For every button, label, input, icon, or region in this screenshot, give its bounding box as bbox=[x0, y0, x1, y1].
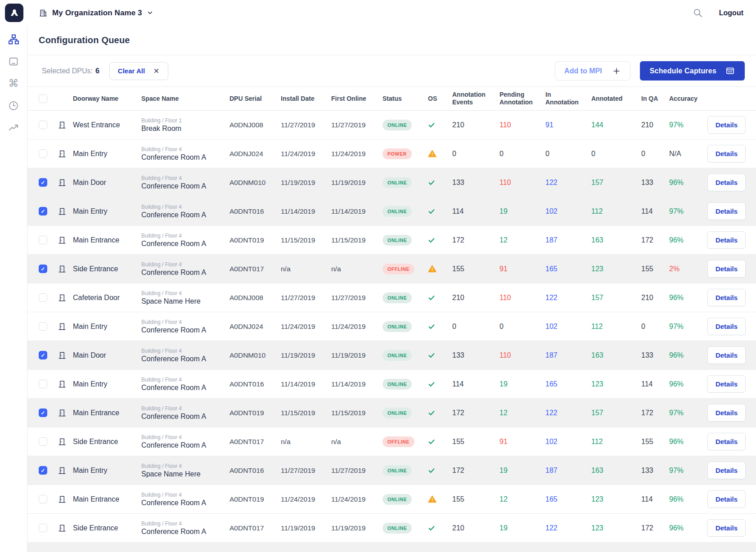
space-location: Building / Floor 4 bbox=[141, 261, 230, 268]
row-checkbox[interactable] bbox=[39, 495, 47, 503]
door-icon bbox=[58, 236, 66, 244]
details-button[interactable]: Details bbox=[707, 174, 746, 191]
column-header-doorway-name: Doorway Name bbox=[73, 95, 141, 103]
in-qa: 114 bbox=[641, 495, 669, 503]
row-checkbox[interactable] bbox=[39, 121, 47, 129]
details-button[interactable]: Details bbox=[707, 202, 746, 220]
table-row: Cafeteria Door Building / Floor 4 Space … bbox=[27, 283, 756, 312]
add-to-mpi-button[interactable]: Add to MPI bbox=[555, 61, 630, 81]
in-annotation: 165 bbox=[545, 380, 591, 388]
row-checkbox[interactable] bbox=[39, 437, 47, 446]
details-button[interactable]: Details bbox=[707, 375, 746, 393]
search-icon[interactable] bbox=[693, 8, 703, 18]
check-icon bbox=[428, 294, 435, 301]
space-name: Conference Room A bbox=[141, 499, 230, 507]
space-name: Conference Room A bbox=[141, 153, 230, 162]
selected-dpus-count: 6 bbox=[95, 67, 99, 75]
row-checkbox[interactable]: ✓ bbox=[39, 351, 47, 359]
row-checkbox[interactable] bbox=[39, 322, 47, 331]
table-header: Doorway Name Space Name DPU Serial Insta… bbox=[27, 87, 756, 111]
row-checkbox[interactable] bbox=[39, 236, 47, 244]
details-button[interactable]: Details bbox=[707, 145, 746, 162]
in-annotation: 122 bbox=[545, 294, 591, 302]
details-button[interactable]: Details bbox=[707, 231, 746, 249]
details-button[interactable]: Details bbox=[707, 433, 746, 450]
annotation-events: 210 bbox=[452, 524, 500, 532]
status-badge: OFFLINE bbox=[382, 436, 414, 447]
accuracy: 96% bbox=[669, 380, 707, 388]
row-checkbox[interactable]: ✓ bbox=[39, 265, 47, 273]
app-logo bbox=[5, 4, 23, 22]
schedule-captures-button[interactable]: Schedule Captures bbox=[640, 61, 745, 81]
annotated: 123 bbox=[591, 524, 641, 532]
annotation-events: 114 bbox=[452, 207, 500, 215]
details-button[interactable]: Details bbox=[707, 462, 746, 479]
accuracy: 97% bbox=[669, 467, 707, 475]
details-button[interactable]: Details bbox=[707, 490, 746, 508]
org-selector[interactable]: My Organization Name 3 bbox=[39, 9, 153, 18]
install-date: 11/27/2019 bbox=[281, 121, 331, 129]
dpu-serial: A0DNJ024 bbox=[230, 150, 281, 158]
accuracy: 96% bbox=[669, 351, 707, 359]
row-checkbox[interactable] bbox=[39, 524, 47, 532]
check-icon bbox=[428, 179, 435, 186]
annotated: 157 bbox=[591, 294, 641, 302]
logout-button[interactable]: Logout bbox=[719, 9, 743, 17]
details-button[interactable]: Details bbox=[707, 318, 746, 335]
space-name: Conference Room A bbox=[141, 182, 230, 190]
sidebar-item-hierarchy[interactable] bbox=[0, 28, 27, 50]
warning-icon bbox=[428, 149, 436, 158]
os-cell bbox=[428, 208, 452, 215]
details-button[interactable]: Details bbox=[707, 260, 746, 278]
row-checkbox[interactable]: ✓ bbox=[39, 466, 47, 475]
annotated: 157 bbox=[591, 179, 641, 187]
details-button[interactable]: Details bbox=[707, 404, 746, 422]
install-date: 11/27/2019 bbox=[281, 294, 331, 302]
chevron-down-icon bbox=[147, 9, 153, 16]
os-cell bbox=[428, 495, 452, 503]
in-annotation: 165 bbox=[545, 495, 591, 503]
status-badge: POWER bbox=[382, 148, 412, 159]
sidebar-item-history[interactable] bbox=[0, 94, 27, 117]
sidebar-item-analytics[interactable] bbox=[0, 117, 27, 139]
dpu-serial: A0DNM010 bbox=[230, 351, 281, 359]
space-location: Building / Floor 4 bbox=[141, 290, 230, 296]
annotated: 157 bbox=[591, 409, 641, 417]
pending-annotation: 19 bbox=[500, 207, 545, 215]
accuracy: 96% bbox=[669, 179, 707, 187]
door-icon bbox=[58, 524, 66, 532]
pending-annotation: 91 bbox=[500, 438, 545, 446]
in-annotation: 0 bbox=[545, 150, 591, 158]
clear-all-button[interactable]: Clear All bbox=[109, 62, 168, 80]
in-annotation: 91 bbox=[545, 121, 591, 129]
pending-annotation: 110 bbox=[500, 121, 545, 129]
sidebar-item-devices[interactable] bbox=[0, 50, 27, 72]
column-header-space-name: Space Name bbox=[141, 95, 230, 103]
sidebar-item-commands[interactable]: ⌘ bbox=[0, 72, 27, 94]
check-icon bbox=[428, 208, 435, 215]
column-header-in-annotation: In Annotation bbox=[545, 91, 591, 106]
annotation-events: 172 bbox=[452, 236, 500, 244]
row-checkbox[interactable]: ✓ bbox=[39, 408, 47, 417]
row-checkbox[interactable] bbox=[39, 380, 47, 388]
column-header-status: Status bbox=[382, 95, 428, 103]
door-icon bbox=[58, 467, 66, 475]
select-all-checkbox[interactable] bbox=[39, 94, 47, 103]
details-button[interactable]: Details bbox=[707, 346, 746, 364]
table-row: Side Entrance Building / Floor 4 Confere… bbox=[27, 427, 756, 456]
in-annotation: 102 bbox=[545, 323, 591, 331]
row-checkbox[interactable]: ✓ bbox=[39, 178, 47, 187]
details-button[interactable]: Details bbox=[707, 289, 746, 306]
column-header-pending-annotation: Pending Annotation bbox=[500, 91, 545, 106]
annotation-events: 210 bbox=[452, 121, 500, 129]
row-checkbox[interactable] bbox=[39, 293, 47, 302]
row-checkbox[interactable]: ✓ bbox=[39, 207, 47, 215]
space-location: Building / Floor 1 bbox=[141, 117, 230, 124]
space-name: Conference Room A bbox=[141, 441, 230, 449]
details-button[interactable]: Details bbox=[707, 116, 746, 134]
details-button[interactable]: Details bbox=[707, 519, 746, 537]
in-qa: 155 bbox=[641, 438, 669, 446]
row-checkbox[interactable] bbox=[39, 149, 47, 158]
os-cell bbox=[428, 352, 452, 359]
column-header-accuracy: Accuracy bbox=[669, 95, 707, 103]
